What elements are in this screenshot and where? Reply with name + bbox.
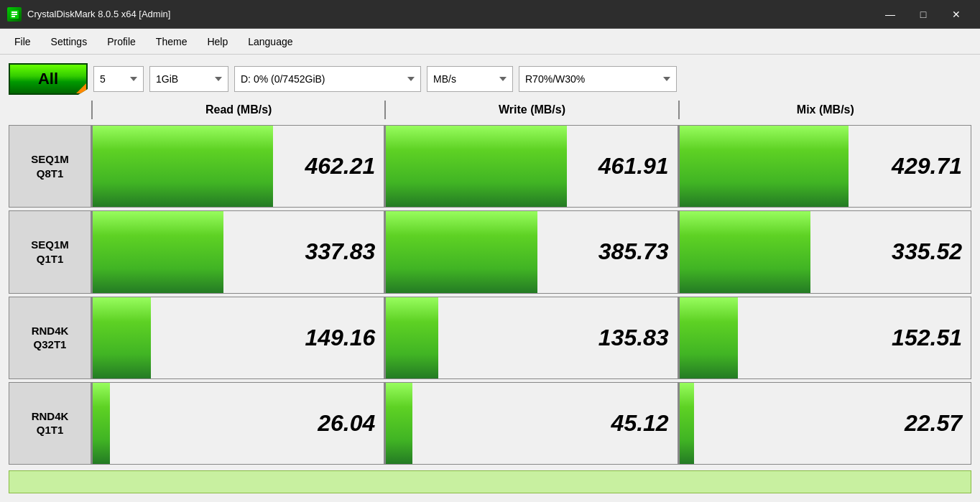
app-icon xyxy=(7,7,22,22)
header-mix: Mix (MB/s) xyxy=(678,101,971,119)
cell-rnd4k-q1t1-write: 45.12 xyxy=(384,382,678,465)
menu-profile[interactable]: Profile xyxy=(98,33,144,50)
table-row: SEQ1M Q1T1 337.83 385.73 335.52 xyxy=(9,210,971,293)
header-spacer xyxy=(9,101,91,119)
cell-seq1m-q8t1-write: 461.91 xyxy=(384,125,678,208)
menu-help[interactable]: Help xyxy=(198,33,236,50)
table-row: RND4K Q1T1 26.04 45.12 22.57 xyxy=(9,382,971,465)
titlebar: CrystalDiskMark 8.0.5 x64 [Admin] — □ ✕ xyxy=(0,0,980,29)
svg-rect-2 xyxy=(11,11,17,13)
svg-rect-1 xyxy=(11,14,17,15)
minimize-button[interactable]: — xyxy=(874,4,907,25)
controls-row: All 5 1 3 9 1GiB 16MiB 64MiB 256MiB 4GiB… xyxy=(9,63,971,95)
size-select[interactable]: 1GiB 16MiB 64MiB 256MiB 4GiB xyxy=(149,66,228,92)
menubar: File Settings Profile Theme Help Languag… xyxy=(0,29,980,55)
cell-seq1m-q1t1-write: 385.73 xyxy=(384,210,678,293)
cell-seq1m-q1t1-read: 337.83 xyxy=(91,210,384,293)
row-label-seq1m-q8t1: SEQ1M Q8T1 xyxy=(9,125,91,208)
menu-language[interactable]: Language xyxy=(239,33,301,50)
unit-select[interactable]: MB/s GB/s IOPS μs xyxy=(427,66,513,92)
drive-select[interactable]: D: 0% (0/7452GiB) xyxy=(234,66,421,92)
menu-file[interactable]: File xyxy=(6,33,40,50)
cell-rnd4k-q1t1-mix: 22.57 xyxy=(678,382,971,465)
cell-rnd4k-q32t1-mix: 152.51 xyxy=(678,297,971,379)
profile-select[interactable]: R70%/W30% Default Peak Real-world Demo xyxy=(519,66,677,92)
cell-rnd4k-q1t1-read: 26.04 xyxy=(91,382,384,465)
status-bar xyxy=(9,470,971,493)
maximize-button[interactable]: □ xyxy=(907,4,940,25)
row-label-rnd4k-q32t1: RND4K Q32T1 xyxy=(9,297,91,379)
header-write: Write (MB/s) xyxy=(384,101,678,119)
menu-theme[interactable]: Theme xyxy=(147,33,196,50)
cell-seq1m-q8t1-read: 462.21 xyxy=(91,125,384,208)
row-label-seq1m-q1t1: SEQ1M Q1T1 xyxy=(9,210,91,293)
table-row: RND4K Q32T1 149.16 135.83 152.51 xyxy=(9,297,971,379)
close-button[interactable]: ✕ xyxy=(940,4,973,25)
svg-rect-3 xyxy=(11,16,15,17)
window-controls: — □ ✕ xyxy=(874,4,973,25)
runs-select[interactable]: 5 1 3 9 xyxy=(93,66,144,92)
data-rows: SEQ1M Q8T1 462.21 461.91 429.71 SEQ1M Q1… xyxy=(9,125,971,465)
column-headers: Read (MB/s) Write (MB/s) Mix (MB/s) xyxy=(9,101,971,119)
cell-seq1m-q8t1-mix: 429.71 xyxy=(678,125,971,208)
table-row: SEQ1M Q8T1 462.21 461.91 429.71 xyxy=(9,125,971,208)
window-title: CrystalDiskMark 8.0.5 x64 [Admin] xyxy=(27,9,170,19)
titlebar-left: CrystalDiskMark 8.0.5 x64 [Admin] xyxy=(7,7,170,22)
all-button[interactable]: All xyxy=(9,63,88,95)
header-read: Read (MB/s) xyxy=(91,101,384,119)
menu-settings[interactable]: Settings xyxy=(42,33,96,50)
cell-rnd4k-q32t1-write: 135.83 xyxy=(384,297,678,379)
row-label-rnd4k-q1t1: RND4K Q1T1 xyxy=(9,382,91,465)
cell-rnd4k-q32t1-read: 149.16 xyxy=(91,297,384,379)
main-content: All 5 1 3 9 1GiB 16MiB 64MiB 256MiB 4GiB… xyxy=(0,55,980,502)
cell-seq1m-q1t1-mix: 335.52 xyxy=(678,210,971,293)
